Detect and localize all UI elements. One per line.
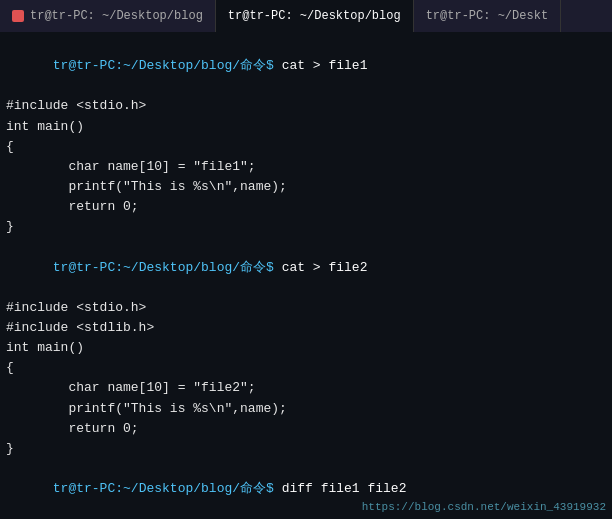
line-7: return 0;: [6, 197, 606, 217]
line-2: #include <stdio.h>: [6, 96, 606, 116]
tab-icon-1: [12, 10, 24, 22]
line-11: #include <stdlib.h>: [6, 318, 606, 338]
tab-1-label: tr@tr-PC: ~/Desktop/blog: [30, 9, 203, 23]
line-14: char name[10] = "file2";: [6, 378, 606, 398]
watermark: https://blog.csdn.net/weixin_43919932: [362, 501, 606, 513]
tab-2[interactable]: tr@tr-PC: ~/Desktop/blog: [216, 0, 414, 32]
terminal-window: tr@tr-PC: ~/Desktop/blog tr@tr-PC: ~/Des…: [0, 0, 612, 519]
line-17: }: [6, 439, 606, 459]
line-8: }: [6, 217, 606, 237]
line-1: tr@tr-PC:~/Desktop/blog/命令$ cat > file1: [6, 36, 606, 96]
line-15: printf("This is %s\n",name);: [6, 399, 606, 419]
line-6: printf("This is %s\n",name);: [6, 177, 606, 197]
prompt-3: tr@tr-PC:~/Desktop/blog/命令$: [53, 481, 282, 496]
line-5: char name[10] = "file1";: [6, 157, 606, 177]
tab-bar: tr@tr-PC: ~/Desktop/blog tr@tr-PC: ~/Des…: [0, 0, 612, 32]
line-13: {: [6, 358, 606, 378]
tab-2-label: tr@tr-PC: ~/Desktop/blog: [228, 9, 401, 23]
prompt-1: tr@tr-PC:~/Desktop/blog/命令$: [53, 58, 282, 73]
line-16: return 0;: [6, 419, 606, 439]
line-3: int main(): [6, 117, 606, 137]
tab-1[interactable]: tr@tr-PC: ~/Desktop/blog: [0, 0, 216, 32]
tab-3[interactable]: tr@tr-PC: ~/Deskt: [414, 0, 561, 32]
line-12: int main(): [6, 338, 606, 358]
line-9: tr@tr-PC:~/Desktop/blog/命令$ cat > file2: [6, 237, 606, 297]
terminal-body[interactable]: tr@tr-PC:~/Desktop/blog/命令$ cat > file1 …: [0, 32, 612, 519]
line-4: {: [6, 137, 606, 157]
tab-3-label: tr@tr-PC: ~/Deskt: [426, 9, 548, 23]
prompt-2: tr@tr-PC:~/Desktop/blog/命令$: [53, 260, 282, 275]
line-10: #include <stdio.h>: [6, 298, 606, 318]
